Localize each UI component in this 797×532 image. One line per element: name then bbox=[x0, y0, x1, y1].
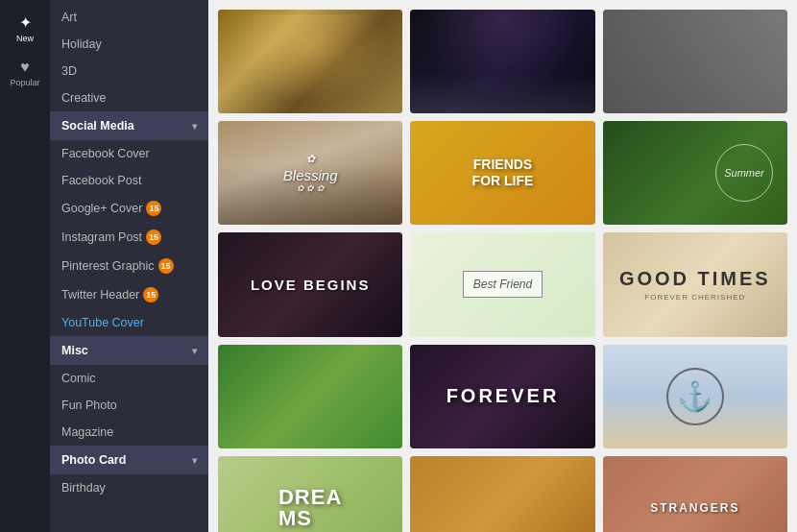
sidebar-item-google-cover[interactable]: Google+ Cover 15 bbox=[50, 194, 208, 223]
card-14[interactable] bbox=[410, 456, 594, 532]
photo-card-label: Photo Card bbox=[61, 453, 126, 467]
anchor-icon: ⚓ bbox=[666, 368, 724, 425]
sidebar-item-3d[interactable]: 3D bbox=[50, 58, 208, 85]
card-12[interactable]: ⚓ bbox=[603, 345, 787, 448]
dreams-text: DREAMS bbox=[278, 487, 342, 529]
sidebar-item-pinterest-graphic[interactable]: Pinterest Graphic 15 bbox=[50, 252, 208, 280]
card-3[interactable] bbox=[603, 10, 787, 113]
card-13[interactable]: DREAMS bbox=[218, 456, 402, 532]
sidebar-section-misc[interactable]: Misc ▾ bbox=[50, 336, 208, 365]
sidebar-section-social-media[interactable]: Social Media ▾ bbox=[50, 111, 208, 140]
sidebar-item-instagram-post[interactable]: Instagram Post 15 bbox=[50, 223, 208, 252]
sidebar-item-creative[interactable]: Creative bbox=[50, 85, 208, 111]
sidebar-section-photo-card[interactable]: Photo Card ▾ bbox=[50, 446, 208, 474]
icon-popular[interactable]: ♥ Popular bbox=[0, 53, 50, 93]
card-9[interactable]: GOOD TIMES FOREVER CHERISHED bbox=[603, 232, 787, 336]
icon-bar: ✦ New ♥ Popular bbox=[0, 0, 50, 532]
card-8[interactable]: Best Friend bbox=[410, 232, 594, 336]
card-2[interactable] bbox=[410, 10, 594, 113]
chevron-down-icon-misc: ▾ bbox=[192, 346, 197, 356]
sidebar-item-twitter-header[interactable]: Twitter Header 15 bbox=[50, 280, 208, 309]
card-7[interactable]: LOVE BEGINS bbox=[218, 232, 402, 336]
sidebar-item-facebook-post[interactable]: Facebook Post bbox=[50, 167, 208, 194]
friends-text: FRIENDSFOR LIFE bbox=[472, 157, 534, 189]
card-4[interactable]: ✿ Blessing ✿ ✿ ✿ bbox=[218, 121, 402, 225]
card-1[interactable] bbox=[218, 10, 402, 113]
sidebar-item-fun-photo[interactable]: Fun Photo bbox=[50, 392, 208, 419]
misc-label: Misc bbox=[61, 344, 88, 357]
google-cover-badge: 15 bbox=[146, 201, 161, 216]
icon-new[interactable]: ✦ New bbox=[0, 8, 50, 49]
love-text: LOVE BEGINS bbox=[251, 277, 371, 293]
sidebar-item-holiday[interactable]: Holiday bbox=[50, 31, 208, 58]
pinterest-badge: 15 bbox=[158, 258, 174, 274]
sidebar-item-youtube-cover[interactable]: YouTube Cover bbox=[50, 309, 208, 336]
sidebar-item-art[interactable]: Art bbox=[50, 4, 208, 31]
bestfriend-text: Best Friend bbox=[463, 271, 543, 298]
sidebar-item-facebook-cover[interactable]: Facebook Cover bbox=[50, 140, 208, 167]
sidebar: Art Holiday 3D Creative Social Media ▾ F… bbox=[50, 0, 208, 532]
forever-text: FOREVER bbox=[447, 385, 560, 407]
strangers-text: STRANGERS bbox=[650, 501, 739, 515]
new-icon: ✦ bbox=[19, 13, 32, 32]
sidebar-item-comic[interactable]: Comic bbox=[50, 365, 208, 392]
instagram-post-badge: 15 bbox=[146, 230, 161, 245]
social-media-label: Social Media bbox=[61, 119, 134, 133]
card-15[interactable]: STRANGERS bbox=[603, 456, 787, 532]
icon-popular-label: Popular bbox=[10, 78, 39, 87]
card-11[interactable]: FOREVER bbox=[410, 345, 594, 448]
twitter-badge: 15 bbox=[143, 287, 158, 302]
card-10[interactable] bbox=[218, 345, 402, 448]
summer-text: Summer bbox=[715, 144, 773, 202]
card-6[interactable]: Summer bbox=[603, 121, 787, 225]
popular-icon: ♥ bbox=[20, 59, 30, 76]
goodtimes-text: GOOD TIMES bbox=[619, 268, 771, 290]
chevron-down-icon-photocard: ▾ bbox=[192, 455, 197, 466]
wedding-text: Blessing bbox=[283, 167, 338, 183]
main-content: ✿ Blessing ✿ ✿ ✿ FRIENDSFOR LIFE Summer … bbox=[208, 0, 797, 532]
sidebar-item-birthday[interactable]: Birthday bbox=[50, 474, 208, 501]
card-5[interactable]: FRIENDSFOR LIFE bbox=[410, 121, 594, 225]
sidebar-item-magazine[interactable]: Magazine bbox=[50, 419, 208, 446]
icon-new-label: New bbox=[16, 34, 34, 43]
chevron-down-icon: ▾ bbox=[192, 121, 197, 132]
template-grid: ✿ Blessing ✿ ✿ ✿ FRIENDSFOR LIFE Summer … bbox=[218, 10, 787, 532]
